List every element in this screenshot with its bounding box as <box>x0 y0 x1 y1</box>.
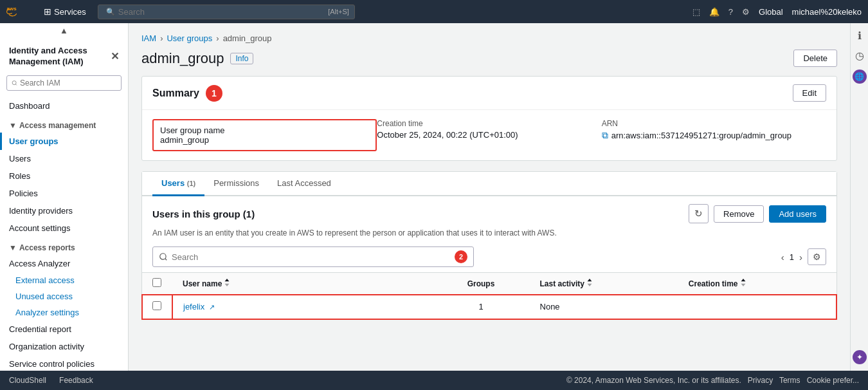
global-search-input[interactable] <box>118 7 325 17</box>
footer-copyright: © 2024, Amazon Web Services, Inc. or its… <box>566 376 859 385</box>
summary-title: Summary 1 <box>152 85 222 102</box>
nav-icon-terminal[interactable]: ⬚ <box>692 7 700 17</box>
summary-field-creation: Creation time October 25, 2024, 00:22 (U… <box>377 119 601 151</box>
row-username-cell: jefelix ↗ <box>172 295 433 319</box>
right-icon-clock[interactable]: ◷ <box>855 50 864 62</box>
next-page-button[interactable]: › <box>799 252 802 263</box>
tab-permissions[interactable]: Permissions <box>204 172 268 196</box>
th-creation-time[interactable]: Creation time <box>678 273 836 295</box>
summary-step-badge: 1 <box>206 85 222 102</box>
th-last-activity[interactable]: Last activity <box>530 273 678 295</box>
sidebar-item-users[interactable]: Users <box>0 150 128 167</box>
table-settings-button[interactable]: ⚙ <box>808 248 826 265</box>
top-nav: aws ⊞ Services 🔍 [Alt+S] ⬚ 🔔 ? ⚙ Global … <box>0 0 868 23</box>
sidebar: ▲ Identity and Access Management (IAM) ✕… <box>0 23 129 371</box>
highlighted-name-box: User group name admin_group <box>152 119 377 151</box>
table-section-title: Users in this group (1) <box>152 209 255 219</box>
tab-last-accessed[interactable]: Last Accessed <box>268 172 340 196</box>
services-button[interactable]: ⊞ Services <box>39 4 91 19</box>
breadcrumb-user-groups[interactable]: User groups <box>167 33 212 43</box>
global-search-bar[interactable]: 🔍 [Alt+S] <box>98 5 355 19</box>
nav-icon-help[interactable]: ? <box>728 7 733 17</box>
sidebar-item-user-groups[interactable]: User groups <box>0 133 128 150</box>
sidebar-search-box[interactable] <box>6 75 122 91</box>
table-actions: ↻ Remove Add users <box>689 204 826 223</box>
sort-icon-creation <box>740 279 746 288</box>
users-table: User name Groups <box>142 272 836 319</box>
sidebar-item-analyzer-settings[interactable]: Analyzer settings <box>0 304 128 320</box>
nav-icon-bell[interactable]: 🔔 <box>709 7 719 17</box>
sidebar-item-access-analyzer[interactable]: Access Analyzer <box>0 255 128 272</box>
summary-card-header: Summary 1 Edit <box>142 77 836 110</box>
row-checkbox[interactable] <box>152 301 161 310</box>
sidebar-item-roles[interactable]: Roles <box>0 167 128 185</box>
sidebar-item-dashboard[interactable]: Dashboard <box>0 97 128 115</box>
user-menu[interactable]: michael%20keleko <box>792 7 862 17</box>
sidebar-item-org-activity[interactable]: Organization activity <box>0 338 128 355</box>
sidebar-section-access-management[interactable]: ▼ Access management <box>0 115 128 133</box>
svg-text:aws: aws <box>7 6 17 12</box>
nav-right: ⬚ 🔔 ? ⚙ Global michael%20keleko <box>692 7 862 17</box>
sidebar-item-service-control[interactable]: Service control policies <box>0 355 128 371</box>
users-section: Users (1) Permissions Last Accessed User… <box>141 171 837 320</box>
arn-value: arn:aws:iam::537124951271:group/admin_gr… <box>611 131 791 140</box>
refresh-button[interactable]: ↻ <box>689 204 709 223</box>
sidebar-item-policies[interactable]: Policies <box>0 185 128 202</box>
sidebar-item-external-access[interactable]: External access <box>0 272 128 288</box>
sidebar-item-account-settings[interactable]: Account settings <box>0 219 128 237</box>
sidebar-item-unused-access[interactable]: Unused access <box>0 288 128 304</box>
pagination-row: ‹ 1 › ⚙ <box>781 248 826 265</box>
feedback-button[interactable]: Feedback <box>59 376 93 385</box>
copy-arn-icon[interactable]: ⧉ <box>602 130 608 141</box>
right-icon-info[interactable]: ℹ <box>858 30 862 42</box>
row-creation-cell <box>678 295 836 319</box>
user-link-jefelix[interactable]: jefelix <box>183 302 204 311</box>
app-body: ▲ Identity and Access Management (IAM) ✕… <box>0 23 868 371</box>
table-section-header: Users in this group (1) ↻ Remove Add use… <box>142 196 836 228</box>
privacy-link[interactable]: Privacy <box>748 376 773 385</box>
page-title: admin_group <box>141 50 224 67</box>
svg-point-2 <box>160 254 166 259</box>
sidebar-scroll-up[interactable]: ▲ <box>0 23 128 38</box>
table-row: jefelix ↗ 1 None <box>142 295 836 319</box>
add-users-button[interactable]: Add users <box>769 205 826 223</box>
cloudshell-button[interactable]: CloudShell <box>9 376 46 385</box>
sidebar-close-button[interactable]: ✕ <box>111 50 119 62</box>
right-icon-globe[interactable]: 🌐 <box>853 70 867 84</box>
prev-page-button[interactable]: ‹ <box>781 252 784 263</box>
nav-icon-settings[interactable]: ⚙ <box>742 7 750 17</box>
table-search-box[interactable]: 2 <box>152 246 474 267</box>
row-checkbox-cell <box>142 295 172 319</box>
info-tag[interactable]: Info <box>230 53 253 64</box>
sort-icon-last-activity <box>586 279 593 288</box>
tab-users[interactable]: Users (1) <box>152 172 204 196</box>
page-header: admin_group Info Delete <box>141 50 837 67</box>
edit-button[interactable]: Edit <box>793 84 826 102</box>
main-content: IAM › User groups › admin_group admin_gr… <box>129 23 850 371</box>
aws-logo[interactable]: aws <box>6 6 32 17</box>
table-search-input[interactable] <box>172 252 455 262</box>
external-link-icon: ↗ <box>209 303 215 311</box>
search-step-badge: 2 <box>455 250 467 263</box>
delete-button[interactable]: Delete <box>793 50 837 67</box>
select-all-checkbox[interactable] <box>152 278 161 287</box>
th-username[interactable]: User name <box>172 273 433 295</box>
remove-button[interactable]: Remove <box>714 205 764 223</box>
terms-link[interactable]: Terms <box>779 376 800 385</box>
sidebar-item-credential-report[interactable]: Credential report <box>0 320 128 338</box>
sidebar-item-identity-providers[interactable]: Identity providers <box>0 202 128 219</box>
cookie-link[interactable]: Cookie prefer... <box>807 376 859 385</box>
bottom-bar: CloudShell Feedback © 2024, Amazon Web S… <box>0 371 868 390</box>
breadcrumb-admin-group: admin_group <box>223 33 272 43</box>
breadcrumb-iam[interactable]: IAM <box>141 33 156 43</box>
page-title-row: admin_group Info <box>141 50 253 67</box>
region-selector[interactable]: Global <box>759 7 783 17</box>
right-icon-chat[interactable]: ✦ <box>853 350 867 364</box>
arn-label: ARN <box>602 119 826 128</box>
tabs-bar: Users (1) Permissions Last Accessed <box>142 172 836 196</box>
row-last-activity-cell: None <box>530 295 678 319</box>
summary-field-arn: ARN ⧉ arn:aws:iam::537124951271:group/ad… <box>602 119 826 151</box>
sidebar-search-input[interactable] <box>20 79 116 88</box>
user-group-name-label: User group name <box>160 125 224 135</box>
sidebar-section-access-reports[interactable]: ▼ Access reports <box>0 237 128 255</box>
